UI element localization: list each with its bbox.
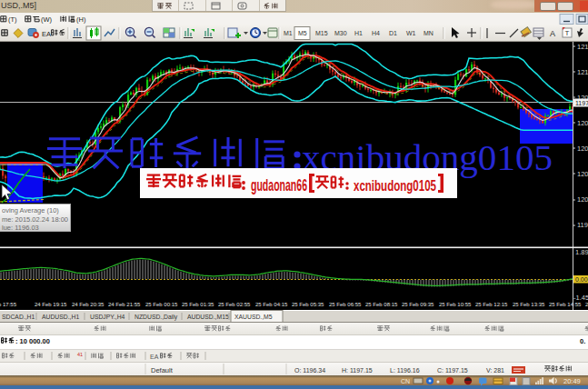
svg-text:A: A	[550, 29, 555, 38]
svg-text:20:49: 20:49	[563, 377, 581, 385]
svg-text:H4: H4	[372, 30, 380, 36]
svg-text:b 17:55: b 17:55	[0, 302, 17, 307]
svg-text:(H): (H)	[76, 15, 86, 24]
svg-text:H1: H1	[354, 30, 363, 36]
svg-text:M1: M1	[284, 30, 293, 36]
svg-text:W1: W1	[406, 30, 416, 36]
svg-text:1198.00: 1198.00	[577, 221, 588, 229]
svg-text:CN: CN	[401, 378, 410, 384]
svg-text:1206.00: 1206.00	[577, 119, 588, 127]
svg-text:1197.1: 1197.1	[575, 100, 588, 106]
svg-text:(T): (T)	[8, 15, 17, 24]
svg-text:EA: EA	[150, 354, 159, 360]
svg-text:25 Feb 09:35: 25 Feb 09:35	[402, 302, 434, 307]
svg-text:: 10 000.00: : 10 000.00	[15, 337, 50, 345]
svg-text:V: 281: V: 281	[486, 367, 504, 374]
svg-text:EA: EA	[42, 30, 51, 38]
svg-text:gudaonan66: gudaonan66	[251, 175, 307, 194]
svg-text:D1: D1	[389, 30, 397, 36]
svg-text:M5: M5	[298, 30, 307, 36]
svg-text:AUDUSD.,M15: AUDUSD.,M15	[187, 314, 229, 320]
svg-text:25 Feb 02:55: 25 Feb 02:55	[218, 302, 251, 307]
svg-text:24 Feb 21:55: 24 Feb 21:55	[108, 302, 141, 307]
svg-text:25 Feb 13:35: 25 Feb 13:35	[513, 302, 545, 307]
svg-text:O: 1196.34: O: 1196.34	[294, 367, 325, 374]
svg-text:24 Feb 19:15: 24 Feb 19:15	[35, 302, 67, 307]
svg-text:1200.00: 1200.00	[577, 195, 588, 204]
svg-text:1210.00: 1210.00	[577, 68, 588, 76]
svg-text:AUDUSD.,H1: AUDUSD.,H1	[42, 314, 79, 320]
svg-text:MN: MN	[424, 30, 434, 36]
svg-text:25 Feb 14:55: 25 Feb 14:55	[549, 302, 582, 307]
svg-text:L: 1196.16: L: 1196.16	[390, 367, 420, 374]
svg-text:USDJPY.,H4: USDJPY.,H4	[90, 314, 125, 320]
svg-text:(W): (W)	[41, 15, 53, 24]
svg-text:25 Feb 06:55: 25 Feb 06:55	[329, 302, 362, 307]
svg-text:25 Feb 01:35: 25 Feb 01:35	[182, 302, 214, 307]
svg-text:25 Feb 12:15: 25 Feb 12:15	[475, 302, 508, 307]
svg-text:T: T	[565, 29, 570, 37]
svg-text:Default: Default	[151, 366, 174, 374]
svg-text:M30: M30	[334, 30, 347, 36]
svg-text:xcnibudong0105: xcnibudong0105	[354, 177, 436, 194]
svg-text:1212.00: 1212.00	[577, 43, 588, 51]
svg-text:M15: M15	[315, 30, 328, 36]
svg-text:1.89: 1.89	[575, 248, 588, 256]
svg-text:0.00: 0.00	[575, 276, 588, 283]
svg-text:24 Feb 20:35: 24 Feb 20:35	[72, 302, 105, 307]
svg-text:NZDUSD.,Daily: NZDUSD.,Daily	[135, 314, 178, 321]
svg-text:41: 41	[77, 352, 83, 357]
svg-text:25 Feb 08:15: 25 Feb 08:15	[365, 302, 398, 307]
svg-text:0.: 0.	[580, 337, 585, 345]
svg-text:SDCAD.,H1: SDCAD.,H1	[2, 314, 35, 320]
svg-text:25 Feb 10:55: 25 Feb 10:55	[439, 302, 472, 307]
svg-text:XAUUSD.,M5: XAUUSD.,M5	[234, 314, 273, 320]
svg-text:25 Feb 05:35: 25 Feb 05:35	[292, 302, 324, 307]
svg-text:25 Feb 00:15: 25 Feb 00:15	[145, 302, 178, 307]
svg-text:H: 1197.15: H: 1197.15	[342, 367, 373, 374]
svg-text:25 Feb 04:15: 25 Feb 04:15	[255, 302, 288, 307]
svg-text:C: 1197.15: C: 1197.15	[437, 367, 468, 374]
